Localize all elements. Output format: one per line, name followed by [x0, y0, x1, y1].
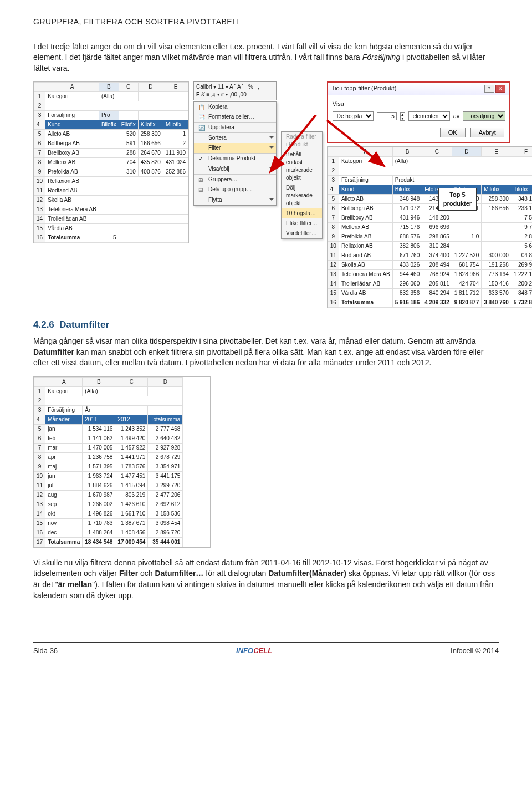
submenu-label-filter[interactable]: Etikettfilter… — [282, 218, 322, 228]
ok-button[interactable]: OK — [440, 128, 466, 137]
help-icon[interactable]: ? — [484, 85, 494, 93]
footer-page-num: Sida 36 — [33, 646, 58, 656]
section-heading: 4.2.6 Datumfilter — [33, 318, 499, 332]
menu-format-cells[interactable]: 📑Formatera celler… — [194, 112, 276, 122]
context-menu[interactable]: 📋Kopiera 📑Formatera celler… 🔄Uppdatera S… — [193, 101, 277, 206]
submenu-clear-filter: Radera filter i Produkt — [282, 132, 322, 150]
top5-callout: Top 5produkter — [438, 188, 477, 211]
close-icon[interactable]: ✕ — [495, 85, 505, 93]
menu-copy[interactable]: 📋Kopiera — [194, 102, 276, 112]
dialog-window-buttons[interactable]: ?✕ — [483, 84, 505, 93]
submenu-value-filter[interactable]: Värdefilter… — [282, 228, 322, 238]
filter-submenu[interactable]: Radera filter i Produkt Behåll endast ma… — [281, 131, 323, 239]
unit-select[interactable]: elementen — [408, 111, 450, 121]
spinner-buttons[interactable]: ▲▼ — [400, 112, 405, 121]
measure-select[interactable]: Försäljning — [463, 111, 505, 121]
menu-group[interactable]: ⊞Gruppera… — [194, 174, 276, 185]
count-spinner[interactable] — [377, 112, 397, 120]
page-header: GRUPPERA, FILTRERA OCH SORTERA PIVOTTABE… — [33, 17, 499, 30]
excel-right-table: ABCDEFG 1Kategori(Alla) 2 3FörsäljningPr… — [327, 146, 532, 308]
cancel-button[interactable]: Avbryt — [470, 128, 504, 137]
section-num: 4.2.6 — [33, 319, 54, 330]
dialog-visa-label: Visa — [332, 100, 504, 108]
paragraph-3: Vi skulle nu vilja filtrera denna pivott… — [33, 558, 499, 601]
dialog-av-label: av — [453, 112, 460, 120]
para1-em: Försäljning — [362, 53, 400, 62]
menu-filter[interactable]: Filter — [194, 143, 276, 153]
top-bottom-select[interactable]: De högsta — [332, 111, 374, 121]
menu-sort[interactable]: Sortera — [194, 132, 276, 143]
submenu-hide-selected[interactable]: Dölj markerade objekt — [282, 183, 322, 208]
top10-dialog: Tio i topp-filter (Produkt) ?✕ Visa De h… — [327, 81, 510, 143]
paragraph-2: Många gånger så visar man olika tidspers… — [33, 336, 499, 369]
excel-left-table: ABCDE 1Kategori(Alla) 2 3FörsäljningPro … — [33, 81, 189, 243]
menu-subtotal[interactable]: ✓Delsumma Produkt — [194, 153, 276, 164]
paragraph-1: I det tredje fältet anger du om du vill … — [33, 42, 499, 74]
mini-toolbar: Calibri ▾ 11 ▾ A˟ A˟ % , F K ≡ 𝓐 ▾ ⊞ ▾ ,… — [193, 81, 277, 100]
excel-months-table: ABCD 1Kategori(Alla) 2 3FörsäljningÅr 4M… — [33, 376, 211, 548]
menu-ungroup[interactable]: ⊟Dela upp grupp… — [194, 185, 276, 195]
page-footer: Sida 36 INFOCELL Infocell © 2014 — [33, 642, 499, 656]
menu-show-hide[interactable]: Visa/dölj — [194, 164, 276, 174]
footer-logo: INFOCELL — [236, 646, 272, 656]
screenshot-top-block: ABCDE 1Kategori(Alla) 2 3FörsäljningPro … — [33, 81, 499, 308]
section-title: Datumfilter — [59, 319, 109, 330]
menu-refresh[interactable]: 🔄Uppdatera — [194, 122, 276, 132]
submenu-keep-selected[interactable]: Behåll endast markerade objekt — [282, 150, 322, 183]
dialog-title: Tio i topp-filter (Produkt) — [331, 84, 397, 93]
submenu-top10[interactable]: 10 högsta… — [282, 208, 322, 218]
footer-copyright: Infocell © 2014 — [451, 646, 499, 656]
menu-move[interactable]: Flytta — [194, 195, 276, 205]
